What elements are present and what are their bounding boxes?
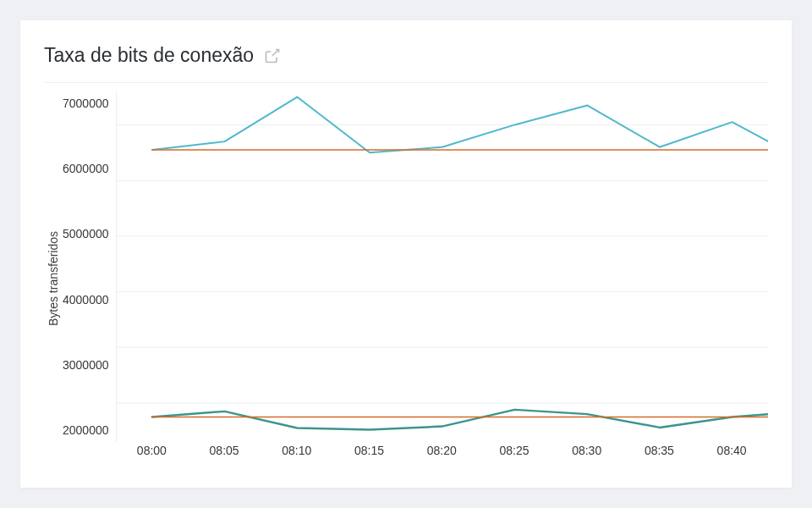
y-axis-label: Bytes transferidos bbox=[47, 231, 60, 326]
chart-svg bbox=[116, 91, 768, 442]
x-tick: 08:00 bbox=[116, 444, 189, 466]
y-tick: 3000000 bbox=[63, 358, 109, 372]
x-tick: 08:30 bbox=[551, 444, 623, 466]
series-lower-line bbox=[151, 410, 768, 430]
chart-body: Bytes transferidos 7000000 6000000 50000… bbox=[44, 91, 768, 466]
x-tick: 08:25 bbox=[478, 444, 551, 466]
chart-title: Taxa de bits de conexão bbox=[44, 44, 254, 67]
y-tick: 2000000 bbox=[63, 423, 109, 437]
plot-area: 08:00 08:05 08:10 08:15 08:20 08:25 08:3… bbox=[116, 91, 768, 466]
x-tick: 08:35 bbox=[623, 444, 696, 466]
y-axis-ticks: 7000000 6000000 5000000 4000000 3000000 … bbox=[63, 91, 116, 466]
x-tick: 08:20 bbox=[405, 444, 478, 466]
x-tick: 08:05 bbox=[188, 444, 261, 466]
x-tick: 08:15 bbox=[333, 444, 406, 466]
y-tick: 7000000 bbox=[63, 97, 109, 110]
x-tick: 08:10 bbox=[261, 444, 333, 466]
open-in-new-icon[interactable] bbox=[264, 47, 281, 64]
x-axis-ticks: 08:00 08:05 08:10 08:15 08:20 08:25 08:3… bbox=[116, 444, 768, 466]
y-tick: 4000000 bbox=[63, 293, 109, 306]
y-axis-label-wrap: Bytes transferidos bbox=[44, 91, 63, 466]
y-tick: 6000000 bbox=[63, 162, 109, 175]
y-tick: 5000000 bbox=[63, 227, 109, 240]
x-tick: 08:40 bbox=[695, 444, 768, 466]
chart-card: Taxa de bits de conexão Bytes transferid… bbox=[20, 20, 792, 488]
card-header: Taxa de bits de conexão bbox=[44, 44, 768, 83]
